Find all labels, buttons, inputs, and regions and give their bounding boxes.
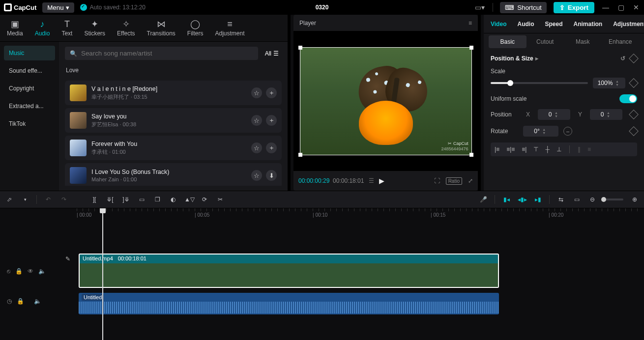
scale-slider[interactable]: [491, 82, 588, 84]
search-box[interactable]: 🔍: [65, 47, 258, 60]
distribute-v-icon[interactable]: ≡: [587, 146, 591, 153]
inspector-subtab-cutout[interactable]: Cutout: [527, 35, 564, 48]
frame-crop-icon[interactable]: ✂: [216, 196, 225, 203]
inspector-subtab-basic[interactable]: Basic: [489, 35, 527, 48]
keyframe-icon[interactable]: [629, 54, 639, 63]
magnet-right-icon[interactable]: ▸▮: [533, 196, 542, 203]
song-fav-button[interactable]: ☆: [251, 87, 262, 98]
pos-y-box[interactable]: 0 ▲▼: [590, 109, 622, 120]
zoom-slider[interactable]: [604, 198, 623, 200]
crop-icon[interactable]: ▭: [137, 196, 146, 203]
player-menu-icon[interactable]: ≡: [468, 20, 472, 27]
undo-icon[interactable]: ↺: [620, 55, 625, 62]
mute-icon[interactable]: 🔈: [34, 298, 41, 305]
sidebar-item-copyright[interactable]: Copyright: [4, 81, 55, 96]
inspector-subtab-enhance[interactable]: Enhance: [602, 35, 640, 48]
search-input[interactable]: [81, 50, 253, 57]
fullscreen-icon[interactable]: ⤢: [468, 177, 473, 184]
song-fav-button[interactable]: ☆: [251, 115, 262, 126]
position-keyframe[interactable]: [629, 110, 639, 119]
song-row[interactable]: Say love you罗艺恒Elsa · 00:38☆＋: [65, 108, 282, 133]
sidebar-item-sound-effe-[interactable]: Sound effe...: [4, 63, 55, 78]
song-add-button[interactable]: ＋: [266, 87, 277, 98]
resize-handle-bl[interactable]: [298, 153, 302, 157]
reverse-icon[interactable]: ◐: [169, 196, 177, 203]
uniform-scale-toggle[interactable]: [619, 94, 637, 103]
layout-button[interactable]: ▭▾: [474, 3, 486, 11]
filter-all-button[interactable]: All ☰: [262, 48, 282, 59]
song-add-button[interactable]: ＋: [266, 115, 277, 126]
inspector-tab-audio[interactable]: Audio: [517, 21, 534, 28]
rotate-icon[interactable]: ⟳: [200, 196, 209, 203]
zoom-out-icon[interactable]: ⊖: [588, 196, 597, 203]
align-bottom-icon[interactable]: ⊥: [556, 146, 561, 153]
play-button[interactable]: ▶: [379, 177, 384, 185]
sidebar-item-extracted-a-[interactable]: Extracted a...: [4, 99, 55, 113]
zoom-in-icon[interactable]: ⊕: [630, 196, 639, 203]
window-close[interactable]: ✕: [632, 3, 640, 11]
trim-left-icon[interactable]: ⤋[: [106, 196, 115, 203]
export-button[interactable]: ⇪ Export: [554, 2, 594, 13]
resize-handle-br[interactable]: [469, 153, 473, 157]
pencil-icon[interactable]: ✎: [65, 255, 70, 262]
lock-icon[interactable]: 🔒: [17, 298, 24, 305]
resize-handle-tl[interactable]: [298, 46, 302, 50]
scale-keyframe[interactable]: [629, 78, 639, 88]
align-left-icon[interactable]: |≡: [495, 146, 499, 153]
align-top-icon[interactable]: ⊤: [533, 146, 538, 153]
mirror-icon[interactable]: ▲▽: [184, 196, 193, 203]
video-clip[interactable]: Untitled.mp4 00:00:18:01: [79, 254, 499, 288]
align-center-v-icon[interactable]: ┼: [545, 146, 550, 153]
magnet-left-icon[interactable]: ▮◂: [502, 196, 511, 203]
align-center-h-icon[interactable]: ≡|≡: [506, 146, 515, 153]
redo-icon[interactable]: ↷: [59, 196, 68, 203]
top-tab-adjustment[interactable]: ≡Adjustment: [215, 19, 244, 37]
snap-icon[interactable]: ⇆: [556, 196, 565, 203]
distribute-h-icon[interactable]: ‖: [578, 146, 581, 153]
window-minimize[interactable]: —: [601, 3, 610, 11]
split-icon[interactable]: ][: [90, 196, 99, 203]
trim-right-icon[interactable]: ]⤋: [121, 196, 130, 203]
sidebar-item-music[interactable]: Music: [4, 46, 55, 60]
eye-icon[interactable]: 👁: [28, 268, 33, 275]
pos-x-box[interactable]: 0 ▲▼: [538, 109, 570, 120]
magnet-center-icon[interactable]: ◂▮▸: [518, 196, 527, 203]
inspector-tab-adjustment[interactable]: Adjustment: [613, 21, 644, 28]
inspector-tab-animation[interactable]: Animation: [573, 21, 602, 28]
scale-value-box[interactable]: 100% ▲▼: [593, 78, 625, 88]
song-fav-button[interactable]: ☆: [251, 170, 262, 181]
selection-tool-icon[interactable]: ⬀: [5, 196, 14, 203]
mute-icon[interactable]: 🔈: [38, 268, 46, 275]
resize-handle-tr[interactable]: [469, 46, 473, 50]
menu-button[interactable]: Menu ▾: [42, 2, 74, 13]
window-maximize[interactable]: ▢: [617, 3, 625, 11]
song-fav-button[interactable]: ☆: [251, 142, 262, 153]
tool-dropdown-icon[interactable]: ▾: [21, 197, 29, 202]
mic-icon[interactable]: 🎤: [479, 196, 488, 203]
playhead[interactable]: [102, 208, 103, 340]
top-tab-media[interactable]: ▣Media: [7, 19, 23, 37]
rotate-dial[interactable]: –: [563, 127, 572, 136]
sidebar-item-tiktok[interactable]: TikTok: [4, 116, 55, 131]
audio-clip[interactable]: Untitled: [79, 293, 499, 314]
preview-frame[interactable]: ✂ CapCut 24856449476: [300, 47, 472, 155]
top-tab-stickers[interactable]: ✦Stickers: [84, 19, 105, 37]
top-tab-audio[interactable]: ♪Audio: [35, 19, 50, 37]
inspector-tab-speed[interactable]: Speed: [545, 21, 562, 28]
top-tab-filters[interactable]: ◯Filters: [187, 19, 204, 37]
link-icon[interactable]: ⎋: [7, 268, 10, 275]
inspector-subtab-mask[interactable]: Mask: [564, 35, 602, 48]
song-row[interactable]: Forever with You李承铉 · 01:00☆＋: [65, 136, 282, 160]
preview-icon[interactable]: ▭: [572, 196, 581, 203]
copies-icon[interactable]: ❐: [153, 196, 162, 203]
ratio-button[interactable]: Ratio: [446, 177, 462, 185]
list-icon[interactable]: ☰: [369, 177, 374, 184]
player-canvas[interactable]: ✂ CapCut 24856449476: [293, 31, 478, 171]
song-row[interactable]: V a l e n t i n e [Redone]幸子小姐拜托了 · 03:1…: [65, 81, 282, 105]
top-tab-text[interactable]: TText: [61, 19, 72, 37]
song-download-button[interactable]: ⬇: [266, 170, 277, 181]
rotate-box[interactable]: 0° ▲▼: [523, 126, 558, 137]
song-add-button[interactable]: ＋: [266, 142, 277, 153]
shortcut-button[interactable]: ⌨ Shortcut: [500, 2, 547, 13]
undo-icon[interactable]: ↶: [44, 196, 53, 203]
